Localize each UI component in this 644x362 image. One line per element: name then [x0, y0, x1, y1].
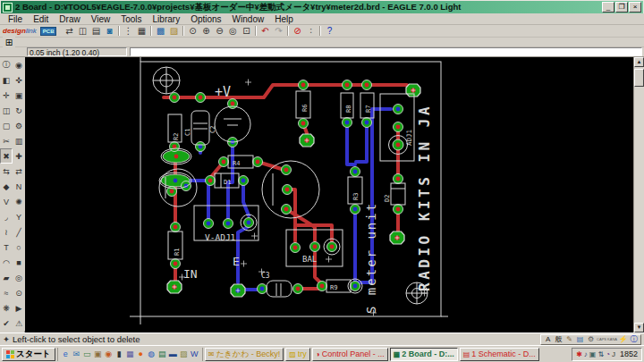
tray-display-icon[interactable]: ▣	[589, 350, 597, 358]
miter-tool[interactable]: ◞	[0, 209, 13, 224]
tray-ime-icon[interactable]: J	[612, 350, 615, 358]
close-button[interactable]: ×	[629, 2, 641, 13]
ratsnest-tool[interactable]: ❋	[0, 300, 13, 316]
rect-tool[interactable]: ■	[13, 255, 25, 270]
arc-tool[interactable]: ◠	[0, 255, 13, 270]
menu-item[interactable]: Options	[185, 14, 226, 24]
ql-notes-icon[interactable]: ▬	[168, 349, 178, 360]
delete-tool[interactable]: ✖	[0, 148, 13, 164]
signal-tool[interactable]: ≈	[0, 285, 13, 300]
ql-image-icon[interactable]: ▨	[179, 349, 189, 360]
copy-tool[interactable]: ▣	[13, 88, 25, 103]
pcb-quote-icon[interactable]: PCB	[40, 27, 57, 36]
ql-mail-icon[interactable]: ✉	[72, 349, 81, 360]
auto-tool[interactable]: ▶	[13, 300, 25, 316]
replace-tool[interactable]: ⇄	[13, 164, 25, 179]
save-icon[interactable]: ◫	[76, 25, 89, 37]
lock-tool[interactable]: ◆	[0, 179, 13, 194]
split-tool[interactable]: Y	[13, 209, 25, 224]
task-becky[interactable]: ✉ たきかわ - Becky!	[205, 348, 284, 361]
scroll-down-button[interactable]: ▼	[634, 323, 644, 333]
ime-power-icon[interactable]: ⚡	[618, 335, 628, 344]
grid-icon[interactable]: ⊞	[3, 37, 15, 48]
zoom-select-icon[interactable]: ⊡	[240, 25, 252, 37]
toolbar-icon[interactable]	[318, 25, 322, 37]
paste-tool[interactable]: ▥	[13, 133, 25, 148]
text-tool[interactable]: T	[0, 240, 13, 255]
cut-tool[interactable]: ✂	[0, 133, 13, 148]
menu-item[interactable]: Tools	[115, 14, 147, 24]
mark-tool[interactable]: ✜	[13, 72, 25, 88]
ql-viewer-icon[interactable]: ▣	[93, 349, 103, 360]
minimize-button[interactable]: _	[602, 2, 614, 13]
name-tool[interactable]: N	[13, 179, 25, 194]
tray-antivirus-icon[interactable]: ✱	[576, 350, 582, 358]
display-tool[interactable]: ◧	[0, 72, 13, 88]
ql-globe-icon[interactable]: ◍	[147, 349, 157, 360]
rotate-tool[interactable]: ↻	[13, 103, 25, 118]
tray-scheduler-icon[interactable]: ◔	[606, 350, 610, 358]
redo-icon[interactable]: ↷	[272, 25, 284, 37]
menu-item[interactable]: Edit	[28, 14, 54, 24]
print-icon[interactable]: ▤	[89, 25, 102, 37]
change-tool[interactable]: ⚙	[13, 118, 25, 133]
scrollbar-track[interactable]	[634, 87, 644, 323]
task-board[interactable]: ▦ 2 Board - D:...	[390, 348, 458, 361]
ime-pad-icon[interactable]: ▤	[575, 335, 585, 344]
ql-media-icon[interactable]: ◉	[104, 349, 114, 360]
ql-word-icon[interactable]: W	[190, 349, 199, 360]
board-canvas[interactable]: +V IN E C3 V-ADJ1 BAL R4 D1 R9 C1 C2 R2 …	[25, 57, 633, 333]
ql-desktop-icon[interactable]: ▭	[82, 349, 92, 360]
task-control-panel[interactable]: ◑ Control Panel - ...	[312, 348, 388, 361]
value-tool[interactable]: V	[0, 194, 13, 209]
ql-ie-icon[interactable]: e	[61, 349, 71, 360]
undo-icon[interactable]: ↶	[258, 25, 271, 37]
caps-kana-indicator[interactable]: CAPS KANA	[597, 335, 617, 344]
start-button[interactable]: スタート	[2, 348, 55, 361]
toolbar-icon[interactable]	[253, 25, 258, 37]
menu-item[interactable]: File	[3, 14, 28, 24]
circle-tool[interactable]: ○	[13, 240, 25, 255]
toolbar-icon[interactable]	[148, 25, 153, 37]
display-grid-icon[interactable]: ▩	[154, 25, 166, 37]
ql-computer-icon[interactable]: ▦	[125, 349, 135, 360]
ime-input-mode[interactable]: A	[543, 335, 553, 344]
info-tool[interactable]: ⓘ	[0, 57, 13, 72]
add-tool[interactable]: ✚	[13, 148, 25, 164]
maximize-button[interactable]: ❐	[615, 2, 628, 13]
toolbar-icon[interactable]	[181, 25, 185, 37]
menu-item[interactable]: Draw	[54, 14, 85, 24]
scrollbar-thumb[interactable]	[634, 69, 644, 87]
stop-icon[interactable]: ⊘	[291, 25, 303, 37]
show-tool[interactable]: ◉	[13, 57, 25, 72]
ime-help-icon[interactable]: ⓘ	[629, 335, 639, 344]
cam-processor-icon[interactable]: ◙	[103, 25, 115, 37]
go-icon[interactable]: ∶	[304, 25, 317, 37]
smash-tool[interactable]: ✺	[13, 194, 25, 209]
polygon-tool[interactable]: ▰	[0, 270, 13, 285]
move-tool[interactable]: ✛	[0, 88, 13, 103]
pinswap-tool[interactable]: ⇆	[0, 164, 13, 179]
via-tool[interactable]: ◎	[13, 270, 25, 285]
menu-item[interactable]: View	[86, 14, 116, 24]
ime-conversion-mode[interactable]: 般	[554, 335, 564, 344]
command-input[interactable]	[130, 47, 642, 56]
mirror-tool[interactable]: ◫	[0, 103, 13, 118]
zoom-fit-icon[interactable]: ◎	[226, 25, 239, 37]
designlink-logo[interactable]: design	[3, 27, 26, 35]
menu-item[interactable]: Library	[148, 14, 186, 24]
toolbar-icon[interactable]	[285, 25, 290, 37]
ripup-tool[interactable]: ≀	[0, 224, 13, 240]
ql-excel-icon[interactable]: ▤	[157, 349, 167, 360]
layer-list-icon[interactable]: ⋮	[122, 25, 134, 37]
zoom-out-icon[interactable]: ⊖	[213, 25, 225, 37]
group-tool[interactable]: ▢	[0, 118, 13, 133]
hole-tool[interactable]: ⊙	[13, 285, 25, 300]
tray-network-icon[interactable]: ⇅	[597, 350, 604, 358]
tray-sound-icon[interactable]: ♪	[584, 350, 588, 358]
toolbar-icon[interactable]	[116, 25, 121, 37]
task-schematic[interactable]: ▤ 1 Schematic - D...	[460, 348, 539, 361]
layer-settings-icon[interactable]: ▦	[135, 25, 148, 37]
ql-console-icon[interactable]: ▮	[114, 349, 124, 360]
ql-firefox-icon[interactable]: ●	[136, 349, 146, 360]
